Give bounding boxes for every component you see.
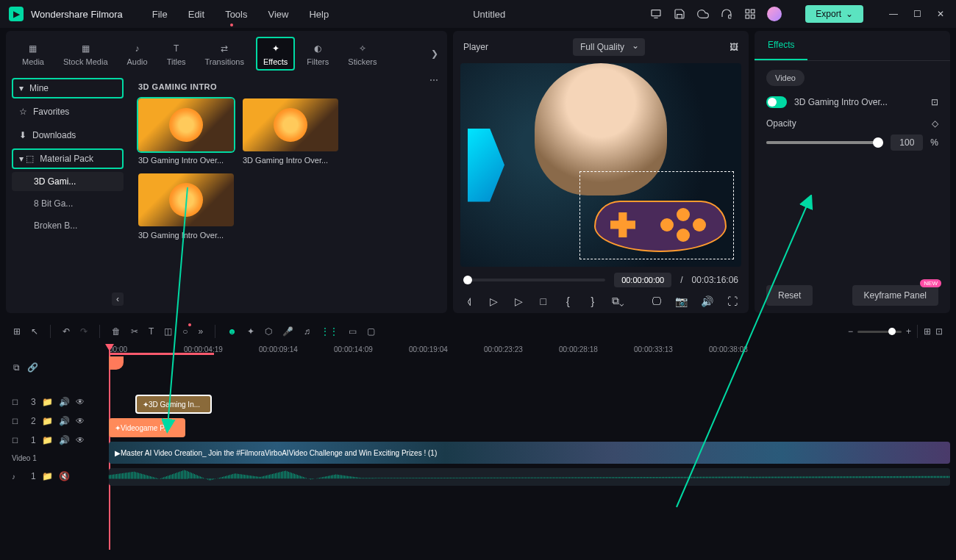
lane-audio[interactable] [109, 467, 950, 486]
sidebar-mine[interactable]: ▾Mine [12, 78, 124, 98]
menu-help[interactable]: Help [309, 9, 329, 20]
sidebar-material-pack[interactable]: ▾ ⬚Material Pack [12, 148, 124, 169]
music-icon[interactable]: ♬ [304, 326, 310, 337]
menu-tools[interactable]: Tools [225, 9, 247, 20]
prev-frame-icon[interactable]: ⦉ [463, 295, 475, 307]
keyframe-diamond-icon[interactable]: ◇ [932, 118, 938, 129]
tab-effects[interactable]: ✦Effects [256, 37, 295, 71]
record-icon[interactable]: ○ [182, 326, 188, 337]
monitor-icon[interactable] [649, 7, 663, 21]
tab-transitions[interactable]: ⇄Transitions [198, 37, 252, 71]
track-link-icon[interactable]: ⧉ [13, 362, 20, 373]
maximize-icon[interactable]: ☐ [910, 7, 924, 21]
cloud-icon[interactable] [696, 7, 710, 21]
clip-3d-gaming[interactable]: ✦ 3D Gaming In... [135, 395, 212, 414]
zoom-out-icon[interactable]: − [848, 326, 853, 337]
track-link2-icon[interactable]: 🔗 [27, 362, 38, 373]
play-icon[interactable]: ▷ [513, 295, 524, 307]
sidebar-collapse-icon[interactable]: ‹ [112, 292, 124, 306]
grid-more-icon[interactable]: ⋯ [429, 75, 438, 85]
track-header-a1[interactable]: ♪1📁🔇 [6, 467, 109, 485]
snapshot-icon[interactable]: 🖼 [730, 42, 738, 52]
quality-select[interactable]: Full Quality [573, 38, 645, 56]
tab-audio[interactable]: ♪Audio [120, 37, 155, 71]
save-icon[interactable] [673, 7, 686, 21]
export-button[interactable]: Export⌄ [805, 5, 863, 23]
tab-media[interactable]: ▦Media [15, 37, 51, 71]
text-icon[interactable]: T [149, 326, 154, 337]
apps-icon[interactable] [743, 7, 757, 21]
clip-videogame[interactable]: ✦ Videogame P... [109, 418, 185, 437]
undo-icon[interactable]: ↶ [63, 326, 70, 337]
pill-video[interactable]: Video [766, 70, 805, 86]
track-header-fx2[interactable]: ☐2📁🔊👁 [6, 412, 109, 430]
opacity-slider[interactable] [766, 141, 883, 144]
tab-stickers[interactable]: ✧Stickers [340, 37, 384, 71]
minimize-icon[interactable]: — [887, 7, 900, 21]
mark-out-icon[interactable]: } [587, 295, 599, 307]
mic-icon[interactable]: 🎤 [282, 326, 293, 337]
ai-icon[interactable]: ☻ [227, 326, 237, 337]
delete-icon[interactable]: 🗑 [112, 326, 121, 337]
more-tools-icon[interactable]: » [199, 326, 204, 337]
effect-enable-toggle[interactable] [766, 96, 787, 108]
effect-thumb-1[interactable]: 3D Gaming Intro Over... [138, 98, 234, 165]
marker-start[interactable] [109, 356, 124, 370]
menu-view[interactable]: View [268, 9, 288, 20]
tab-stock-media[interactable]: ▦Stock Media [56, 37, 115, 71]
layout-icon[interactable]: ⊞ [13, 326, 21, 337]
track-header-fx3[interactable]: ☐3📁🔊👁 [6, 393, 109, 411]
redo-icon[interactable]: ↷ [80, 326, 88, 337]
mark-in-icon[interactable]: { [563, 295, 574, 307]
clip-main-video[interactable]: ▶ Master AI Video Creation_ Join the #Fi… [109, 442, 950, 464]
zoom-slider[interactable] [857, 331, 902, 333]
sparkle-icon[interactable]: ✦ [247, 326, 254, 337]
shield-icon[interactable]: ⬡ [265, 326, 272, 337]
tab-filters[interactable]: ◐Filters [299, 37, 336, 71]
crop-icon[interactable]: ◫ [164, 326, 172, 337]
clip-audio-waveform[interactable] [109, 468, 950, 486]
close-icon[interactable]: ✕ [934, 7, 947, 21]
preview-viewport[interactable] [460, 63, 741, 267]
volume-icon[interactable]: 🔊 [701, 295, 713, 307]
effect-settings-icon[interactable]: ⊡ [931, 97, 938, 107]
preview-progress[interactable] [463, 279, 605, 281]
effect-thumb-3[interactable]: 3D Gaming Intro Over... [138, 173, 234, 240]
sidebar-sub-broken[interactable]: Broken B... [12, 216, 124, 235]
lane-fx2[interactable]: ✦ Videogame P... [109, 417, 950, 439]
keyframe-panel-button[interactable]: Keyframe Panel NEW [852, 285, 938, 306]
camera-icon[interactable]: 📷 [675, 295, 688, 307]
display-icon[interactable]: 🖵 [651, 295, 663, 307]
cursor-icon[interactable]: ↖ [31, 326, 38, 337]
sidebar-favorites[interactable]: ☆Favorites [12, 101, 124, 122]
effect-thumb-2[interactable]: 3D Gaming Intro Over... [243, 98, 338, 165]
step-back-icon[interactable]: ▷ [488, 295, 500, 307]
zoom-in-icon[interactable]: + [906, 326, 911, 337]
tabs-more-icon[interactable]: ❯ [431, 49, 438, 59]
ratio-icon[interactable]: ⧉⌄ [612, 295, 624, 307]
user-avatar[interactable] [767, 7, 782, 21]
menu-file[interactable]: File [152, 9, 168, 20]
lane-fx3[interactable]: ✦ 3D Gaming In... [109, 393, 950, 415]
align-icon[interactable]: ⋮⋮ [321, 326, 338, 337]
tab-titles[interactable]: TTitles [160, 37, 193, 71]
snap-icon[interactable]: ▭ [349, 326, 357, 337]
sidebar-downloads[interactable]: ⬇Downloads [12, 125, 124, 146]
cut-icon[interactable]: ✂ [131, 326, 138, 337]
stop-icon[interactable]: □ [538, 295, 549, 307]
fullscreen-icon[interactable]: ⛶ [727, 295, 738, 307]
reset-button[interactable]: Reset [766, 285, 813, 306]
track-header-v1[interactable]: ☐1📁🔊👁 [6, 431, 109, 449]
view-fit-icon[interactable]: ⊡ [935, 326, 943, 337]
menu-edit[interactable]: Edit [188, 9, 204, 20]
inspector-tab-effects[interactable]: Effects [755, 31, 807, 60]
timeline-region[interactable] [109, 353, 214, 355]
sidebar-sub-8bit[interactable]: 8 Bit Ga... [12, 194, 124, 213]
sidebar-sub-3d-gaming[interactable]: 3D Gami... [12, 172, 124, 191]
marker-icon[interactable]: ▢ [367, 326, 375, 337]
headset-icon[interactable] [720, 7, 733, 21]
lane-a1[interactable] [109, 487, 950, 509]
opacity-value[interactable]: 100 [891, 134, 923, 151]
lane-v1[interactable]: ▶ Master AI Video Creation_ Join the #Fi… [109, 440, 950, 465]
view-grid-icon[interactable]: ⊞ [924, 326, 931, 337]
